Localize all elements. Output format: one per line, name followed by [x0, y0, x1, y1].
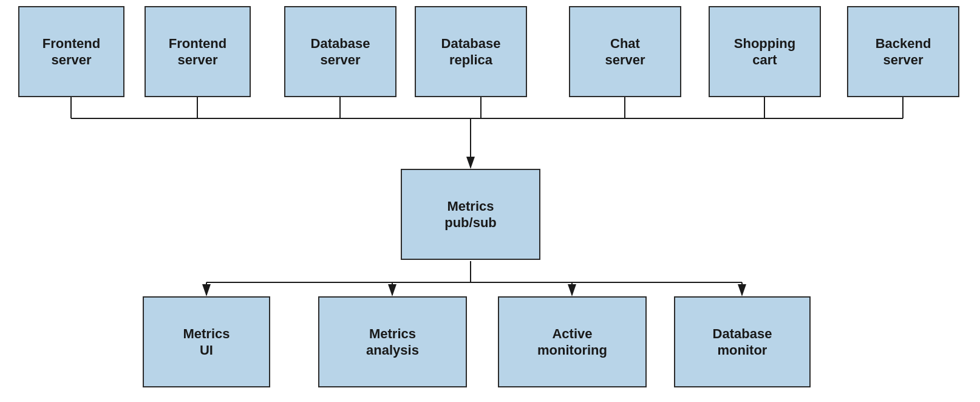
node-frontend2: Frontend server	[145, 6, 251, 97]
node-metrics-ui: Metrics UI	[143, 296, 270, 387]
node-backend-server: Backend server	[847, 6, 959, 97]
node-database-replica: Database replica	[415, 6, 527, 97]
diagram: Frontend server Frontend server Database…	[0, 0, 980, 402]
node-database-monitor: Database monitor	[674, 296, 811, 387]
node-frontend1: Frontend server	[18, 6, 124, 97]
node-active-monitoring: Active monitoring	[498, 296, 647, 387]
node-metrics-pubsub: Metrics pub/sub	[401, 169, 540, 260]
node-metrics-analysis: Metrics analysis	[318, 296, 467, 387]
node-shopping-cart: Shopping cart	[709, 6, 821, 97]
node-chat-server: Chat server	[569, 6, 681, 97]
node-database-server: Database server	[284, 6, 396, 97]
